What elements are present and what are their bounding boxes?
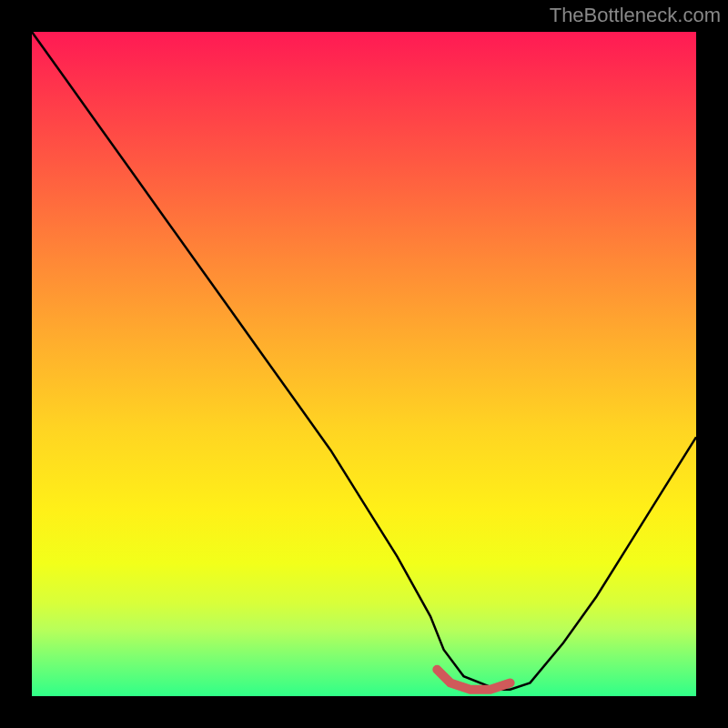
- curve-overlay: [32, 32, 696, 696]
- bottleneck-curve-path: [32, 32, 696, 690]
- chart-container: TheBottleneck.com: [0, 0, 728, 728]
- plot-area: [32, 32, 696, 696]
- watermark-text: TheBottleneck.com: [550, 4, 721, 27]
